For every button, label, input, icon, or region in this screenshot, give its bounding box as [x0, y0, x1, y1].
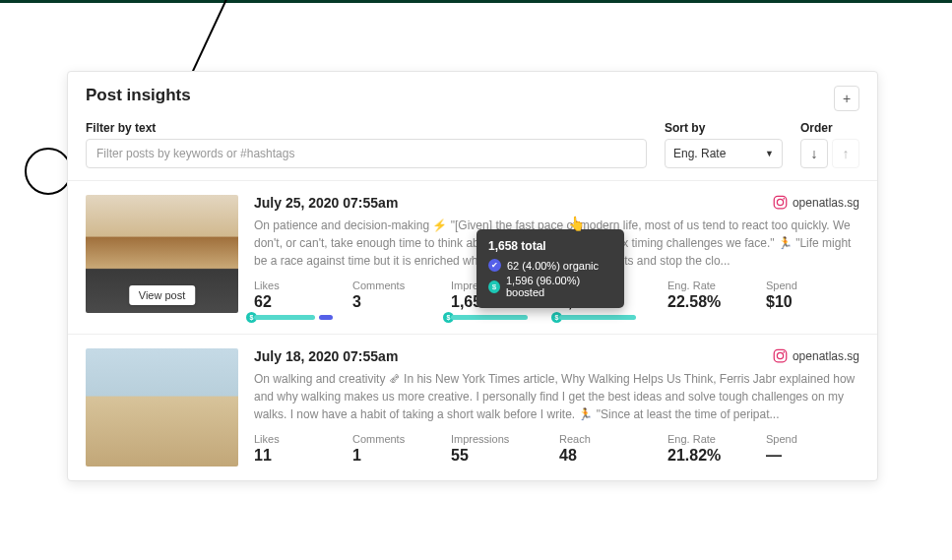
- tooltip-boosted: 1,596 (96.00%) boosted: [506, 275, 612, 298]
- metric-label-spend: Spend: [766, 433, 864, 445]
- account-link[interactable]: openatlas.sg: [773, 195, 859, 210]
- view-post-button[interactable]: View post: [129, 285, 196, 305]
- metric-value-likes: 62: [254, 293, 352, 311]
- annotation-circle: [25, 148, 72, 195]
- account-handle: openatlas.sg: [793, 349, 859, 363]
- svg-point-5: [783, 351, 785, 353]
- post-date: July 25, 2020 07:55am: [254, 195, 859, 211]
- metric-value-likes: 11: [254, 447, 352, 465]
- tooltip-total: 1,658 total: [488, 239, 612, 253]
- metric-value-engrate: 21.82%: [667, 447, 766, 465]
- metric-value-comments: 1: [352, 447, 451, 465]
- sort-select[interactable]: Eng. Rate ▼: [665, 139, 783, 168]
- post-row: View post July 25, 2020 07:55am On patie…: [68, 180, 877, 334]
- metric-label-spend: Spend: [766, 280, 864, 291]
- cursor-pointer-icon: 👆: [568, 216, 585, 231]
- sort-selected: Eng. Rate: [673, 147, 726, 160]
- metric-value-comments: 3: [352, 293, 451, 311]
- metric-label-comments: Comments: [352, 280, 451, 291]
- reach-breakdown-bar[interactable]: [559, 315, 638, 320]
- order-desc-button[interactable]: ↓: [800, 139, 828, 168]
- metric-label-impressions: Impressions: [451, 433, 559, 445]
- metric-label-likes: Likes: [254, 280, 352, 291]
- post-thumbnail[interactable]: View post: [86, 195, 238, 313]
- tooltip-organic: 62 (4.00%) organic: [507, 260, 599, 272]
- sort-label: Sort by: [665, 121, 783, 135]
- add-button[interactable]: +: [834, 86, 859, 111]
- metric-value-impressions: 55: [451, 447, 559, 465]
- filter-input[interactable]: [86, 139, 647, 168]
- post-thumbnail[interactable]: [86, 348, 238, 467]
- page-top-accent: [0, 0, 952, 3]
- metric-value-reach: 48: [559, 447, 667, 465]
- svg-rect-3: [774, 349, 787, 362]
- metric-label-comments: Comments: [352, 433, 451, 445]
- metric-label-engrate: Eng. Rate: [667, 433, 766, 445]
- impressions-breakdown-bar[interactable]: [451, 315, 530, 320]
- svg-point-2: [783, 198, 785, 200]
- post-caption: On walking and creativity 🗞 In his New Y…: [254, 370, 859, 423]
- boosted-dot-icon: $: [488, 280, 500, 293]
- metric-label-engrate: Eng. Rate: [667, 280, 766, 291]
- filter-label: Filter by text: [86, 121, 647, 135]
- organic-dot-icon: ✔: [488, 259, 501, 272]
- impressions-tooltip: 1,658 total ✔ 62 (4.00%) organic $ 1,596…: [476, 229, 624, 308]
- metric-label-likes: Likes: [254, 433, 352, 445]
- account-handle: openatlas.sg: [793, 196, 859, 210]
- instagram-icon: [773, 348, 788, 363]
- post-row: July 18, 2020 07:55am On walking and cre…: [68, 334, 877, 480]
- account-link[interactable]: openatlas.sg: [773, 348, 859, 363]
- page-title: Post insights: [86, 86, 834, 105]
- metric-value-spend: $10: [766, 293, 864, 311]
- svg-point-1: [777, 199, 783, 205]
- svg-point-4: [777, 352, 783, 358]
- chevron-down-icon: ▼: [765, 149, 774, 158]
- instagram-icon: [773, 195, 788, 210]
- post-date: July 18, 2020 07:55am: [254, 348, 859, 364]
- arrow-up-icon: ↑: [843, 146, 850, 161]
- svg-rect-0: [774, 196, 787, 209]
- likes-breakdown-bar[interactable]: [254, 315, 333, 320]
- metric-value-engrate: 22.58%: [667, 293, 766, 311]
- metric-value-spend: —: [766, 447, 864, 465]
- arrow-down-icon: ↓: [811, 146, 818, 161]
- metric-label-reach: Reach: [559, 433, 667, 445]
- post-insights-card: Post insights + Filter by text Sort by E…: [67, 71, 878, 481]
- order-asc-button[interactable]: ↑: [832, 139, 859, 168]
- order-label: Order: [800, 121, 859, 135]
